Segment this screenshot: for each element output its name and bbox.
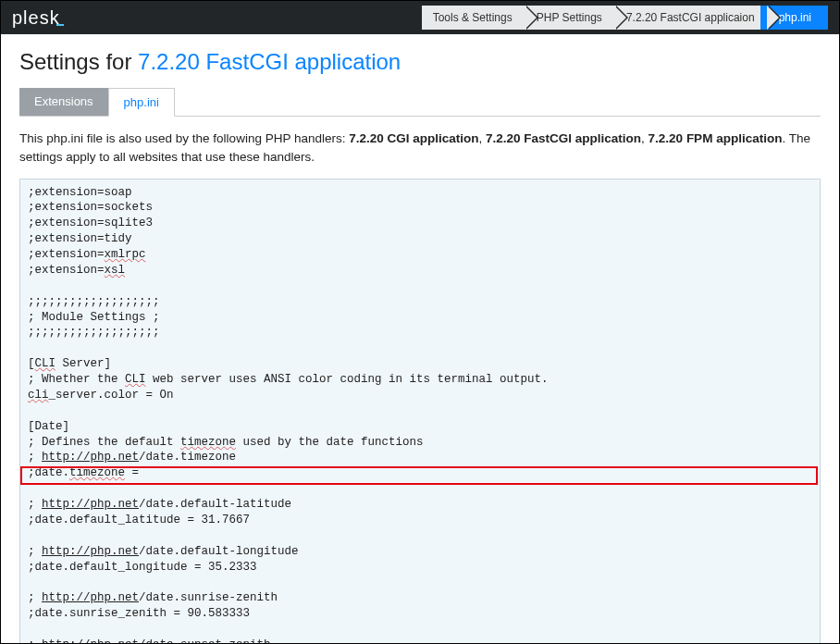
editor-line: cli_server.color = On — [28, 388, 812, 403]
editor-line: ;date.default_latitude = 31.7667 — [28, 513, 812, 528]
title-prefix: Settings for — [19, 49, 138, 74]
editor-line: ; http://php.net/date.default-longitude — [28, 544, 812, 560]
editor-line: [Date] — [28, 419, 812, 435]
editor-line — [28, 575, 812, 590]
editor-line: ;date.timezone = — [28, 465, 812, 481]
editor-line: ; http://php.net/date.default-latitude — [28, 497, 812, 513]
editor-line: ; http://php.net/date.timezone — [28, 450, 812, 465]
editor-line: [CLI Server] — [28, 356, 812, 372]
editor-line: ;extension=xsl — [28, 263, 812, 279]
editor-line: ;date.default_longitude = 35.2333 — [28, 560, 812, 576]
page-title: Settings for 7.2.20 FastCGI application — [19, 49, 821, 75]
phpini-editor[interactable]: ;extension=soap;extension=sockets;extens… — [19, 179, 821, 645]
editor-link[interactable]: http://php.net — [42, 545, 139, 558]
editor-link[interactable]: http://php.net — [42, 591, 139, 604]
breadcrumb-item[interactable]: 7.2.20 FastCGI applicaion — [608, 6, 768, 30]
tab-phpini[interactable]: php.ini — [108, 88, 175, 117]
editor-container: ;extension=soap;extension=sockets;extens… — [19, 179, 821, 645]
editor-line: ;date.sunrise_zenith = 90.583333 — [28, 606, 812, 622]
editor-line — [28, 622, 812, 638]
editor-line: ; Defines the default timezone used by t… — [28, 435, 812, 451]
tab-bar: Extensions php.ini — [19, 88, 821, 117]
editor-line: ;extension=sockets — [28, 200, 812, 216]
editor-line: ; http://php.net/date.sunset-zenith — [28, 638, 812, 644]
editor-line — [28, 341, 812, 356]
editor-line: ;extension=tidy — [28, 231, 812, 247]
editor-line: ; http://php.net/date.sunrise-zenith — [28, 590, 812, 606]
main-content: Settings for 7.2.20 FastCGI application … — [1, 34, 839, 644]
app-header: plesk Tools & Settings PHP Settings 7.2.… — [1, 1, 839, 34]
editor-link[interactable]: http://php.net — [42, 638, 139, 644]
editor-line — [28, 528, 812, 544]
editor-line: ;;;;;;;;;;;;;;;;;;; — [28, 294, 812, 310]
editor-line — [28, 279, 812, 294]
editor-line — [28, 481, 812, 497]
editor-link[interactable]: http://php.net — [42, 498, 139, 511]
editor-line — [28, 403, 812, 419]
breadcrumb: Tools & Settings PHP Settings 7.2.20 Fas… — [422, 6, 828, 30]
breadcrumb-item[interactable]: Tools & Settings — [422, 6, 525, 30]
editor-line: ; Whether the CLI web server uses ANSI c… — [28, 372, 812, 388]
title-highlight: 7.2.20 FastCGI application — [138, 49, 401, 74]
editor-line: ;extension=sqlite3 — [28, 216, 812, 231]
description-text: This php.ini file is also used by the fo… — [19, 130, 821, 167]
editor-link[interactable]: http://php.net — [42, 451, 139, 464]
editor-line: ;extension=soap — [28, 185, 812, 201]
editor-line: ; Module Settings ; — [28, 310, 812, 326]
logo: plesk — [12, 7, 64, 29]
tab-extensions[interactable]: Extensions — [19, 88, 108, 116]
editor-line: ;extension=xmlrpc — [28, 247, 812, 263]
editor-line: ;;;;;;;;;;;;;;;;;;; — [28, 325, 812, 341]
